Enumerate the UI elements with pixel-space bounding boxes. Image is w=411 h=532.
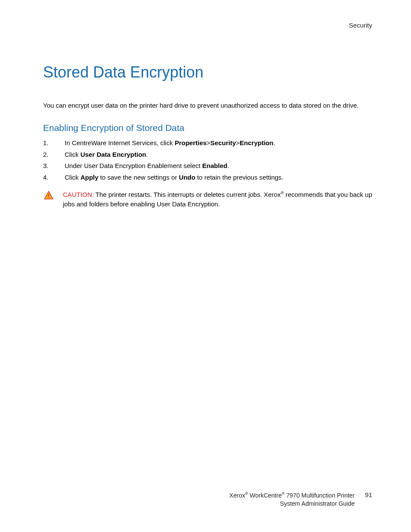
step-bold: Enabled <box>202 162 227 169</box>
svg-rect-1 <box>48 193 49 196</box>
step-text: Click <box>65 151 81 158</box>
step-text: Click <box>65 174 81 181</box>
registered-mark: ® <box>280 190 283 195</box>
step-text: In CentreWare Internet Services, click <box>65 139 174 146</box>
header-section-label: Security <box>43 22 372 29</box>
step-bold: Undo <box>179 174 195 181</box>
step-sep: > <box>236 139 240 146</box>
step-bold: Apply <box>81 174 99 181</box>
registered-mark: ® <box>282 492 285 496</box>
step-1: In CentreWare Internet Services, click P… <box>43 138 372 148</box>
caution-block: CAUTION: The printer restarts. This inte… <box>43 190 372 209</box>
step-text: to retain the previous settings. <box>195 174 283 181</box>
page-footer: Xerox® WorkCentre® 7970 Multifunction Pr… <box>43 491 372 508</box>
step-text: Under User Data Encryption Enablement se… <box>65 162 202 169</box>
caution-text: CAUTION: The printer restarts. This inte… <box>63 190 372 209</box>
step-bold: Encryption <box>240 139 273 146</box>
step-4: Click Apply to save the new settings or … <box>43 173 372 183</box>
steps-list: In CentreWare Internet Services, click P… <box>43 138 372 182</box>
step-3: Under User Data Encryption Enablement se… <box>43 161 372 171</box>
footer-line-2: System Administrator Guide <box>229 500 355 508</box>
step-text: . <box>274 139 275 146</box>
footer-line-1: Xerox® WorkCentre® 7970 Multifunction Pr… <box>229 491 355 500</box>
section-heading: Enabling Encryption of Stored Data <box>43 123 372 133</box>
step-2: Click User Data Encryption. <box>43 150 372 160</box>
caution-label: CAUTION: <box>63 191 94 198</box>
step-text: . <box>227 162 229 169</box>
step-bold: Security <box>210 139 236 146</box>
caution-body: The printer restarts. This interrupts or… <box>94 191 281 198</box>
svg-rect-2 <box>48 197 49 198</box>
step-text: to save the new settings or <box>98 174 179 181</box>
step-text: . <box>146 151 148 158</box>
footer-text: Xerox® WorkCentre® 7970 Multifunction Pr… <box>229 491 355 508</box>
intro-paragraph: You can encrypt user data on the printer… <box>43 101 372 110</box>
page-number: 91 <box>365 491 372 498</box>
warning-icon <box>44 191 53 199</box>
page-title: Stored Data Encryption <box>43 63 372 81</box>
registered-mark: ® <box>245 492 248 496</box>
step-bold: User Data Encryption <box>81 151 146 158</box>
step-bold: Properties <box>174 139 206 146</box>
